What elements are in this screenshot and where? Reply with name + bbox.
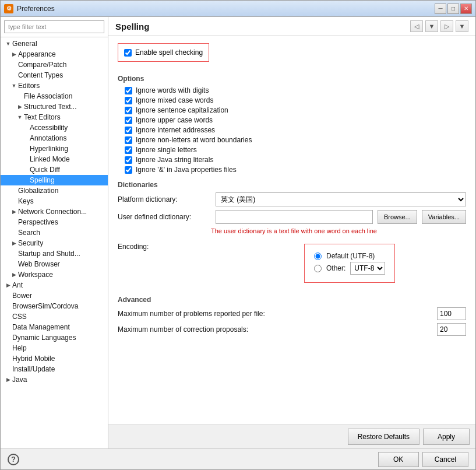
tree-item-install-update[interactable]: Install/Update: [1, 364, 108, 374]
tree-item-dynamic-lang[interactable]: Dynamic Languages: [1, 332, 108, 343]
option-internet: Ignore internet addresses: [118, 126, 466, 134]
tree-item-ant[interactable]: ▶ Ant: [1, 280, 108, 290]
right-panel: Spelling ◁ ▼ ▷ ▼ Enable spell checking O…: [108, 17, 475, 448]
panel-title: Spelling: [115, 22, 149, 31]
forward-dropdown2[interactable]: ▼: [456, 20, 468, 32]
checkbox-java-string[interactable]: [125, 156, 132, 164]
tree-item-network[interactable]: ▶ Network Connection...: [1, 206, 108, 217]
tree-item-editors[interactable]: ▼ Editors: [1, 80, 108, 91]
encoding-default-radio[interactable]: [314, 252, 322, 260]
tree-item-content-types[interactable]: Content Types: [1, 70, 108, 80]
max-corrections-input[interactable]: [437, 323, 466, 336]
app-icon: ⚙: [4, 4, 13, 13]
tree-item-spelling[interactable]: Spelling: [1, 175, 108, 185]
back-button[interactable]: ◁: [410, 20, 423, 32]
tree-item-web-browser[interactable]: Web Browser: [1, 259, 108, 269]
max-corrections-row: Maximum number of correction proposals:: [118, 323, 466, 336]
filter-input[interactable]: [4, 20, 104, 33]
expand-arrow-general: ▼: [5, 41, 11, 47]
option-digits: Ignore words with digits: [118, 86, 466, 94]
tree-item-hybrid-mobile[interactable]: Hybrid Mobile: [1, 353, 108, 364]
spell-check-checkbox[interactable]: [124, 49, 132, 57]
label-digits: Ignore words with digits: [136, 86, 209, 94]
label-single: Ignore single letters: [136, 146, 197, 154]
checkbox-mixed-case[interactable]: [125, 97, 132, 104]
tree-item-security[interactable]: ▶ Security: [1, 238, 108, 248]
tree-label-appearance: Appearance: [18, 50, 56, 58]
encoding-container: Encoding: Default (UTF-8) Other: UTF-8: [118, 238, 466, 289]
tree-item-browsersim[interactable]: BrowserSim/Cordova: [1, 301, 108, 311]
tree-item-accessibility[interactable]: Accessibility: [1, 122, 108, 133]
option-sentence-cap: Ignore sentence capitalization: [118, 106, 466, 114]
expand-arrow-editors: ▼: [11, 83, 17, 89]
close-button[interactable]: ✕: [460, 3, 472, 14]
arrow-sec: ▶: [11, 240, 17, 246]
browse-button[interactable]: Browse...: [378, 210, 417, 224]
label-mixed-case: Ignore mixed case words: [136, 96, 213, 104]
encoding-other-select[interactable]: UTF-8: [350, 262, 385, 275]
filter-box: [1, 17, 108, 37]
restore-defaults-button[interactable]: Restore Defaults: [348, 429, 419, 445]
tree-label-accessibility: Accessibility: [30, 124, 68, 132]
tree-item-help[interactable]: Help: [1, 343, 108, 353]
tree-item-appearance[interactable]: ▶ Appearance: [1, 49, 108, 59]
tree-label-general: General: [12, 40, 37, 48]
user-dict-input[interactable]: [216, 210, 373, 224]
tree-item-bower[interactable]: Bower: [1, 290, 108, 301]
cancel-button[interactable]: Cancel: [422, 452, 468, 467]
tree-item-globalization[interactable]: Globalization: [1, 185, 108, 196]
user-dict-row: User defined dictionary: Browse... Varia…: [118, 210, 466, 224]
tree-item-keys[interactable]: Keys: [1, 196, 108, 206]
user-dict-label: User defined dictionary:: [118, 213, 211, 221]
tree-label-search: Search: [18, 229, 40, 237]
checkbox-java-ampersand[interactable]: [125, 166, 132, 174]
checkbox-sentence-cap[interactable]: [125, 107, 132, 114]
max-problems-input[interactable]: [437, 307, 466, 320]
label-upper-case: Ignore upper case words: [136, 116, 213, 124]
encoding-other-radio[interactable]: [314, 265, 322, 272]
tree-item-linked-mode[interactable]: Linked Mode: [1, 154, 108, 164]
tree-label-install-update: Install/Update: [12, 365, 55, 373]
tree-item-hyperlinking[interactable]: Hyperlinking: [1, 143, 108, 154]
tree-item-startup[interactable]: Startup and Shutd...: [1, 248, 108, 259]
checkbox-digits[interactable]: [125, 87, 132, 94]
checkbox-single[interactable]: [125, 146, 132, 154]
tree-item-java[interactable]: ▶ Java: [1, 374, 108, 385]
ok-button[interactable]: OK: [378, 452, 419, 467]
platform-dict-select[interactable]: 英文 (美国): [216, 192, 466, 206]
option-mixed-case: Ignore mixed case words: [118, 96, 466, 104]
title-bar: ⚙ Preferences ─ □ ✕: [1, 1, 475, 17]
tree-label-text-editors: Text Editors: [24, 113, 61, 121]
tree-item-general[interactable]: ▼ General: [1, 38, 108, 49]
forward-button[interactable]: ▷: [440, 20, 453, 32]
checkbox-non-letters[interactable]: [125, 136, 132, 144]
tree-item-compare-patch[interactable]: Compare/Patch: [1, 59, 108, 70]
expand-arrow-appearance: ▶: [11, 51, 17, 57]
tree-item-search[interactable]: Search: [1, 227, 108, 238]
encoding-box: Default (UTF-8) Other: UTF-8: [304, 244, 395, 283]
tree-item-css[interactable]: CSS: [1, 311, 108, 322]
tree-item-file-association[interactable]: File Association: [1, 91, 108, 101]
tree-item-annotations[interactable]: Annotations: [1, 133, 108, 143]
tree-item-data-mgmt[interactable]: Data Management: [1, 322, 108, 332]
tree-item-perspectives[interactable]: Perspectives: [1, 217, 108, 227]
tree-item-structured-text[interactable]: ▶ Structured Text...: [1, 101, 108, 112]
forward-dropdown[interactable]: ▼: [425, 20, 438, 32]
apply-button[interactable]: Apply: [423, 429, 470, 445]
tree-item-text-editors[interactable]: ▼ Text Editors: [1, 112, 108, 122]
header-nav-buttons: ◁ ▼ ▷ ▼: [410, 20, 468, 32]
tree-label-startup: Startup and Shutd...: [18, 250, 80, 258]
checkbox-upper-case[interactable]: [125, 117, 132, 124]
tree-item-workspace[interactable]: ▶ Workspace: [1, 269, 108, 280]
encoding-label: Encoding:: [118, 238, 211, 251]
tree-label-bower: Bower: [12, 292, 32, 300]
tree-item-quick-diff[interactable]: Quick Diff: [1, 164, 108, 175]
option-single: Ignore single letters: [118, 146, 466, 154]
maximize-button[interactable]: □: [447, 3, 459, 14]
tree-label-data-mgmt: Data Management: [12, 323, 70, 331]
help-button[interactable]: ?: [8, 454, 19, 465]
tree-label-dynamic-lang: Dynamic Languages: [12, 334, 76, 342]
minimize-button[interactable]: ─: [435, 3, 446, 14]
checkbox-internet[interactable]: [125, 127, 132, 134]
variables-button[interactable]: Variables...: [422, 210, 466, 224]
